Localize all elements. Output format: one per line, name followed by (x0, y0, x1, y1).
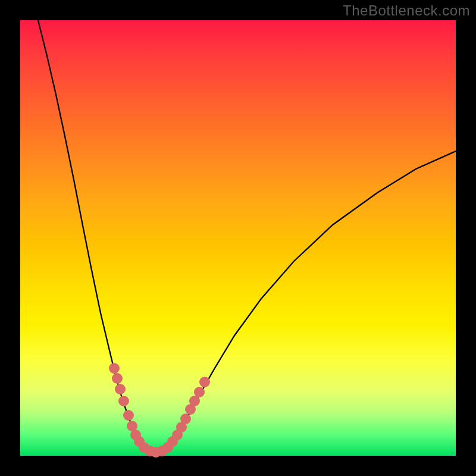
bottleneck-curve (38, 20, 456, 452)
highlight-dot (112, 373, 123, 384)
highlight-dot (180, 414, 191, 424)
highlight-dots-group (109, 363, 210, 458)
highlight-dot (194, 387, 205, 397)
highlight-dot (118, 396, 129, 406)
highlight-dot (109, 363, 120, 374)
highlight-dot (199, 377, 210, 387)
highlight-dot (123, 410, 134, 421)
highlight-dot (115, 384, 126, 394)
chart-overlay (20, 20, 456, 456)
chart-container: TheBottleneck.com (0, 0, 476, 476)
watermark-text: TheBottleneck.com (343, 2, 470, 19)
